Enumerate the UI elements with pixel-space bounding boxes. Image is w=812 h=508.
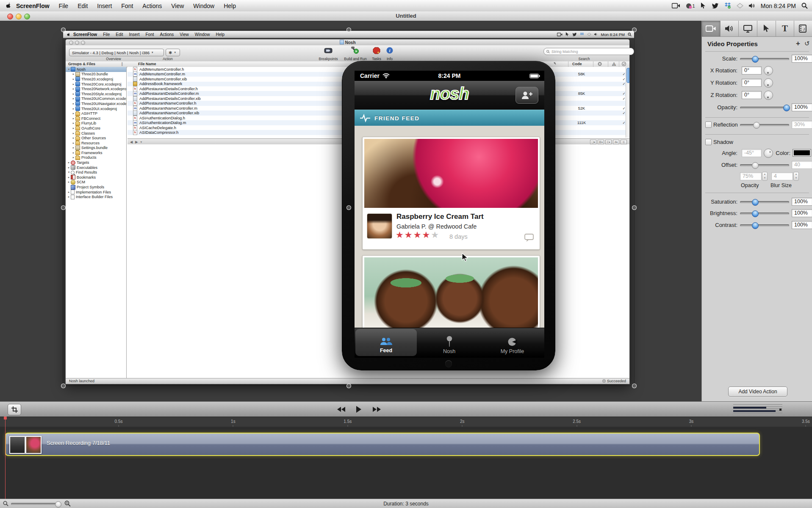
editor-back-button[interactable]: ◀	[130, 140, 133, 144]
groups-and-files-list[interactable]: ▾Nosh▸Three20.bundle▸Three20.xcodeproj▸T…	[66, 67, 127, 378]
disclosure-triangle-icon[interactable]: ▸	[72, 77, 75, 81]
spotlight-icon[interactable]	[801, 3, 808, 9]
disclosure-triangle-icon[interactable]: ▸	[72, 151, 75, 155]
build-column-header[interactable]	[554, 62, 558, 66]
tab-nosh[interactable]: Nosh	[418, 328, 481, 357]
disclosure-triangle-icon[interactable]: ▾	[67, 171, 71, 174]
code-column-header[interactable]: Code	[572, 62, 582, 66]
disclosure-triangle-icon[interactable]: ▸	[72, 83, 75, 86]
sidebar-item[interactable]: ▸Implementation Files	[66, 190, 126, 195]
sidebar-item[interactable]: ▸Three20UINavigator.xcodeproj	[66, 101, 126, 106]
sidebar-item[interactable]: ▸Three20.xcodeproj	[66, 77, 126, 82]
breakpoints-icon[interactable]	[324, 48, 333, 53]
selection-handle-top-left[interactable]	[61, 28, 66, 32]
menu-item-screenflow[interactable]: ScreenFlow	[70, 32, 100, 37]
disclosure-triangle-icon[interactable]: ▸	[67, 190, 71, 194]
tab-screen-recording-properties[interactable]	[739, 21, 757, 36]
saturation-value[interactable]: 100%	[792, 198, 812, 206]
scrollbar-thumb[interactable]	[626, 68, 629, 83]
menu-item-help[interactable]: Help	[213, 32, 227, 37]
sidebar-item[interactable]: ▸Settings.bundle	[66, 146, 126, 151]
comment-icon[interactable]	[524, 234, 534, 242]
z-rotation-knob[interactable]	[764, 91, 773, 100]
shadow-color-swatch[interactable]	[793, 149, 811, 157]
tab-callout-properties[interactable]	[757, 21, 776, 36]
saturation-slider[interactable]	[740, 201, 789, 203]
x-rotation-value[interactable]: 0°	[742, 66, 762, 75]
menu-item-font[interactable]: Font	[116, 3, 138, 9]
selection-handle-top-center[interactable]	[346, 28, 351, 32]
timeline-ruler[interactable]: 0.5s1s1.5s2s2.5s3s3.5s	[0, 417, 812, 428]
shadow-opacity-value[interactable]: 75%	[740, 172, 762, 180]
food-photo-raspberry[interactable]	[364, 139, 538, 208]
disclosure-triangle-icon[interactable]: ▾	[67, 68, 71, 71]
idle-status-icon[interactable]	[737, 3, 743, 8]
selection-handle-bottom-left[interactable]	[61, 384, 66, 388]
editing-canvas[interactable]: ScreenFlowFileEditInsertFontActionsViewW…	[0, 21, 701, 401]
menu-item-view[interactable]: View	[166, 3, 188, 9]
playhead[interactable]	[5, 417, 6, 499]
tab-feed[interactable]: Feed	[355, 329, 417, 356]
window-title-bar[interactable]: Untitled	[0, 11, 812, 21]
crop-button[interactable]	[8, 404, 21, 415]
tab-video-properties[interactable]	[702, 21, 721, 36]
menu-item-actions[interactable]: Actions	[157, 32, 177, 37]
sidebar-item[interactable]: ▸Executables	[66, 165, 126, 170]
blur-size-value[interactable]: 4	[771, 172, 793, 180]
file-list-scrollbar[interactable]	[626, 67, 629, 138]
disclosure-triangle-icon[interactable]: ▸	[72, 141, 75, 145]
groups-files-header[interactable]: Groups & Files	[68, 62, 95, 66]
disclosure-triangle-icon[interactable]: ▸	[72, 117, 75, 120]
sidebar-item[interactable]: ▸OAuthCore	[66, 126, 126, 131]
reset-icon[interactable]: ↺	[804, 40, 810, 47]
brightness-slider[interactable]	[740, 213, 789, 215]
sidebar-item[interactable]: ▸Three20UICommon.xcodeproj	[66, 97, 126, 102]
feed-card[interactable]	[362, 255, 540, 328]
editor-breakpoint-button[interactable]: ☰▾	[598, 140, 604, 144]
errors-column-header[interactable]	[598, 62, 602, 66]
action-gear-popup[interactable]: ✱▾	[166, 49, 180, 56]
angle-value[interactable]: -45°	[742, 149, 762, 157]
tab-media-library[interactable]: ♪	[794, 21, 812, 36]
sidebar-item[interactable]: ▸Products	[66, 155, 126, 160]
selection-handle-top-right[interactable]	[632, 28, 637, 32]
opacity-value[interactable]: 100%	[792, 103, 812, 111]
add-property-icon[interactable]: +	[796, 39, 800, 48]
scale-slider[interactable]	[740, 58, 789, 60]
sidebar-item[interactable]: Project Symbols	[66, 185, 126, 190]
disclosure-triangle-icon[interactable]: ▸	[72, 112, 75, 115]
contrast-value[interactable]: 100%	[792, 221, 812, 229]
selection-handle-bottom-center[interactable]	[346, 384, 351, 388]
target-column-header[interactable]	[622, 62, 626, 66]
editor-line-button[interactable]: #▾	[613, 140, 619, 144]
menu-clock[interactable]: Mon 8:24 PM	[761, 3, 796, 9]
brightness-value[interactable]: 100%	[792, 209, 812, 217]
play-button[interactable]	[352, 403, 366, 415]
info-icon[interactable]: i	[386, 47, 393, 54]
menu-item-screenflow[interactable]: ScreenFlow	[11, 3, 54, 9]
sidebar-item[interactable]: ▸Bookmarks	[66, 175, 126, 180]
rewind-button[interactable]	[334, 403, 348, 415]
disclosure-triangle-icon[interactable]: ▸	[72, 156, 75, 159]
shadow-checkbox[interactable]	[705, 139, 712, 145]
dropbox-icon[interactable]	[724, 3, 731, 9]
tab-my-profile[interactable]: My Profile	[481, 328, 544, 357]
home-button[interactable]	[445, 360, 452, 367]
xcode-search-field[interactable]: String Matching	[543, 48, 634, 55]
disclosure-triangle-icon[interactable]: ▸	[72, 72, 75, 76]
editor-counterpart-button[interactable]: C▾	[605, 140, 612, 144]
editor-jumpbar[interactable]: ▾	[140, 140, 142, 144]
disclosure-triangle-icon[interactable]: ▸	[67, 176, 71, 179]
sidebar-item[interactable]: ▸Three20Style.xcodeproj	[66, 91, 126, 97]
menu-item-edit[interactable]: Edit	[113, 32, 126, 37]
reflection-slider[interactable]	[740, 124, 789, 126]
scale-value[interactable]: 100%	[792, 55, 812, 63]
disclosure-triangle-icon[interactable]: ▸	[72, 127, 75, 130]
avatar[interactable]	[367, 213, 392, 239]
sidebar-item[interactable]: ▾Find Results	[66, 170, 126, 175]
dish-subtitle[interactable]: Gabriela P. @ Redwood Cafe	[396, 223, 477, 230]
disclosure-triangle-icon[interactable]: ▸	[67, 166, 71, 169]
screenrecorder-icon[interactable]	[672, 3, 680, 8]
opacity-slider[interactable]	[740, 107, 789, 109]
sidebar-item[interactable]: ▸Three20Network.xcodeproj	[66, 86, 126, 91]
